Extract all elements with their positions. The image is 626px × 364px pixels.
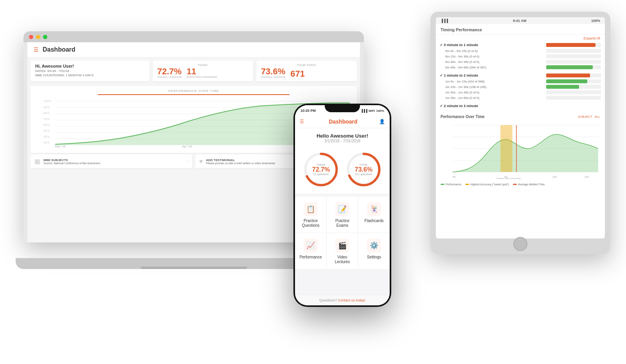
timing-row-1-2: 1m 30s - 1m 45s (0 of 0): [440, 90, 601, 95]
your-stats-card: YOUR STATS 73.6% OVERALL AVERAGE 671: [256, 61, 357, 81]
phone-body: 10:20 PM ▐▐▐ WiFi 100% ☰ Dashboard 👤 Hel…: [293, 104, 391, 307]
today-circle-label: TODAY: [312, 163, 330, 166]
video-lectures-icon: 🎬: [335, 238, 349, 253]
today-questions-group: 11 QUESTIONS ANSWERED: [187, 67, 218, 78]
legend-avg-time: Average Allotted Time: [513, 183, 545, 186]
timing-group-1-label: ✓ 1 minute to 2 minute: [440, 74, 478, 77]
tablet-screen: ▐▐▐ 9:41 AM 100% Timing Performance Expa…: [436, 17, 605, 238]
practice-questions-icon: 📋: [304, 202, 318, 216]
timing-row-0-1: 0m 15s - 0m 30s (0 of 0): [440, 54, 601, 59]
today-stats-row: 72.7% OVERALL AVERAGE 11 QUESTIONS ANSWE…: [157, 67, 248, 78]
phone-menu-icon[interactable]: ☰: [300, 119, 304, 124]
traffic-light-green[interactable]: [43, 35, 47, 39]
testimonial-subtitle: Please provide us with a brief written o…: [206, 162, 275, 165]
grid-settings[interactable]: ⚙️ Settings: [358, 233, 390, 269]
mbe-subjects-title: MBE SUBJECTS: [43, 158, 101, 162]
phone-dashboard-title: Dashboard: [307, 118, 379, 125]
laptop-top-bar: [23, 31, 364, 42]
timing-bar-wrap: [546, 79, 601, 83]
today-circle: TODAY 72.7% 11 questions: [302, 151, 340, 188]
phone-user-icon[interactable]: 👤: [379, 119, 385, 124]
signal-icon: ▐▐▐: [361, 109, 367, 113]
tablet-expand-all[interactable]: Expand All: [436, 35, 605, 42]
phone-header: ☰ Dashboard 👤: [295, 116, 390, 128]
timing-bar-wrap: [546, 90, 601, 94]
today-label: TODAY: [157, 64, 248, 66]
phone-greeting-name: Hello Awesome User!: [300, 133, 385, 139]
today-circle-inner: TODAY 72.7% 11 questions: [312, 163, 330, 176]
tablet-home-button[interactable]: [513, 237, 527, 251]
today-questions-value: 11: [187, 67, 218, 76]
phone-notch: [325, 104, 360, 112]
timing-group-2-label: ✓ 2 minute to 3 minute: [440, 104, 478, 108]
timing-row-1-0: 1m 0s - 1m 15s (424 of 586): [440, 79, 601, 84]
subject-label: SUBJECT: [578, 115, 592, 118]
your-avg-value: 73.6%: [261, 67, 286, 76]
today-avg-group: 72.7% OVERALL AVERAGE: [157, 67, 182, 78]
tablet-chart-title: Performance Over Time: [441, 115, 485, 119]
svg-text:100: 100: [552, 176, 557, 178]
timing-section: ✓ 0 minute to 1 minute 0m 0s - 0m 15s (0…: [436, 42, 605, 109]
welcome-card: Hi, Awesome User! DATES: 3/1/18 - 7/31/1…: [31, 61, 149, 81]
timing-group-0-header[interactable]: ✓ 0 minute to 1 minute: [440, 42, 601, 48]
tablet-signal-icon: ▐▐▐: [441, 19, 448, 23]
tablet-chart-controls: SUBJECT ALL: [576, 115, 600, 118]
tablet-battery: 100%: [591, 19, 600, 23]
all-button[interactable]: ALL: [595, 115, 600, 118]
svg-text:40%: 40%: [43, 135, 50, 138]
svg-text:Mar '18: Mar '18: [55, 145, 66, 148]
tablet-body: ▐▐▐ 9:41 AM 100% Timing Performance Expa…: [430, 12, 610, 254]
testimonial-title: ADD TESTIMONIAL: [206, 158, 275, 162]
arrow-icon: ›: [187, 159, 188, 163]
timing-row-0-3: 0m 45s - 0m 60s (264 of 367): [440, 65, 601, 70]
traffic-light-yellow[interactable]: [36, 35, 40, 39]
phone-greeting: Hello Awesome User! 3/1/2018 - 7/31/2018: [295, 128, 390, 148]
your-stats-row: 73.6% OVERALL AVERAGE 671: [261, 67, 352, 78]
timing-row-label: 1m 45s - 1m 60s (0 of 0): [445, 96, 546, 100]
stats-row: Hi, Awesome User! DATES: 3/1/18 - 7/31/1…: [27, 57, 360, 84]
timing-group-1-header[interactable]: ✓ 1 minute to 2 minute: [440, 72, 601, 79]
tablet-chart-header: Performance Over Time SUBJECT ALL: [441, 115, 600, 119]
timing-row-label: 0m 30s - 0m 45s (0 of 0): [445, 60, 546, 64]
timing-row-0-0: 0m 0s - 0m 15s (0 of 0): [440, 48, 601, 54]
today-circle-sub: 11 questions: [312, 173, 330, 176]
timing-group-2-header[interactable]: ✓ 2 minute to 3 minute: [440, 103, 601, 109]
timing-bar-wrap: [546, 65, 601, 69]
grid-performance[interactable]: 📈 Performance: [295, 233, 326, 269]
svg-text:120: 120: [584, 176, 589, 178]
svg-text:90%: 90%: [43, 106, 50, 109]
svg-text:Apr '18: Apr '18: [182, 145, 192, 148]
your-avg-label: OVERALL AVERAGE: [261, 76, 286, 78]
your-stats-label: YOUR STATS: [261, 64, 352, 66]
traffic-light-red[interactable]: [29, 35, 33, 39]
grid-flashcards[interactable]: 🃏 Flashcards: [358, 197, 390, 233]
tablet-time: 9:41 AM: [513, 19, 526, 23]
today-stats-card: TODAY 72.7% OVERALL AVERAGE 11 QUESTIONS…: [153, 61, 253, 81]
chart-title: PERFORMANCE OVER TIME: [34, 89, 354, 93]
timing-row-label: 1m 0s - 1m 15s (424 of 586): [445, 80, 546, 83]
timing-bar-wrap: [546, 85, 601, 89]
flashcards-label: Flashcards: [365, 219, 384, 223]
timing-row-label: 1m 15s - 1m 30s (158 of 226): [445, 85, 546, 89]
timing-row-1-1: 1m 15s - 1m 30s (158 of 226): [440, 84, 601, 90]
legend-sweet-spot: Highest Accuracy ("sweet spot"): [465, 183, 509, 186]
performance-icon: 📈: [304, 238, 318, 253]
mbe-subjects-card[interactable]: ▦ MBE SUBJECTS Source: National Conferen…: [31, 154, 192, 168]
expand-all-button[interactable]: Expand All: [583, 36, 600, 40]
grid-video-lectures[interactable]: 🎬 VideoLectures: [327, 233, 358, 269]
tablet-legend: Performance Highest Accuracy ("sweet spo…: [441, 181, 600, 187]
legend-avg-time-label: Average Allotted Time: [518, 183, 545, 186]
grid-practice-questions[interactable]: 📋 PracticeQuestions: [295, 197, 326, 233]
footer-link[interactable]: Contact us today!: [338, 298, 365, 302]
menu-icon[interactable]: ☰: [34, 47, 39, 53]
your-questions-group: 671: [290, 70, 305, 78]
settings-icon: ⚙️: [367, 238, 381, 253]
legend-performance-label: Performance: [446, 183, 461, 186]
legend-green-dot: [441, 184, 444, 185]
grid-practice-exams[interactable]: 📝 PracticeExams: [327, 197, 358, 233]
tablet-status-bar: ▐▐▐ 9:41 AM 100%: [436, 17, 605, 24]
timing-row-label: 0m 15s - 0m 30s (0 of 0): [445, 55, 546, 58]
practice-exams-icon: 📝: [335, 202, 349, 216]
phone-greeting-dates: 3/1/2018 - 7/31/2018: [300, 139, 385, 143]
timing-group-0: ✓ 0 minute to 1 minute 0m 0s - 0m 15s (0…: [440, 42, 601, 70]
